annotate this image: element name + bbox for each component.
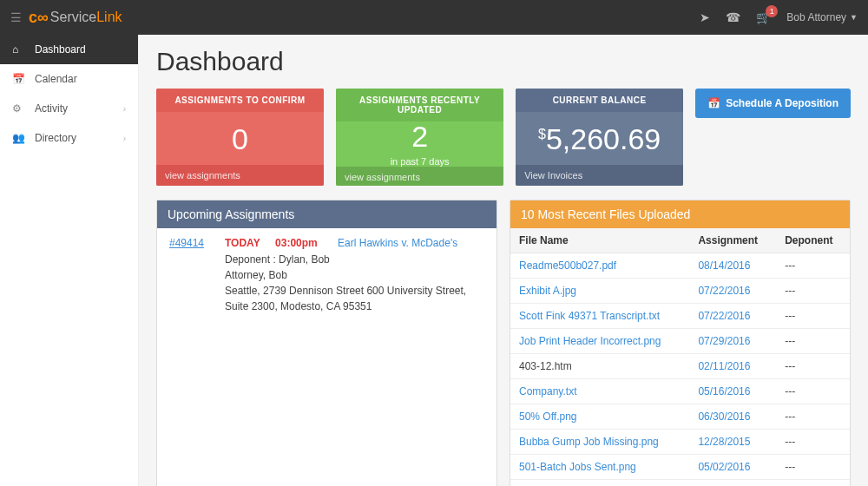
file-deponent: --- [776, 253, 850, 279]
schedule-deposition-button[interactable]: 📅 Schedule A Deposition [695, 89, 851, 118]
stat-cards-row: ASSIGNMENTS TO CONFIRM 0 view assignment… [156, 89, 851, 186]
card-footer-link[interactable]: view assignments [336, 167, 503, 186]
assignment-location: Seattle, 2739 Dennison Street 600 Univer… [225, 283, 484, 314]
file-name-link[interactable]: Readme500b027.pdf [519, 259, 616, 272]
recent-files-panel: 10 Most Recent Files Uploaded File Name … [510, 200, 851, 486]
card-footer-link[interactable]: view assignments [156, 165, 324, 186]
file-assignment-date-link[interactable]: 07/22/2016 [698, 285, 750, 297]
sidebar-item-label: Calendar [35, 73, 77, 85]
home-icon: ⌂ [12, 43, 26, 56]
menu-toggle-icon[interactable]: ☰ [10, 10, 22, 24]
file-assignment-date-link[interactable]: 12/28/2015 [698, 436, 750, 448]
sidebar-item-label: Activity [35, 102, 68, 115]
sidebar-item-dashboard[interactable]: ⌂ Dashboard [0, 35, 138, 64]
card-assignments-confirm[interactable]: ASSIGNMENTS TO CONFIRM 0 view assignment… [156, 89, 324, 186]
user-menu[interactable]: Bob Attorney ▼ [786, 11, 858, 23]
sidebar-item-activity[interactable]: ⚙ Activity › [0, 94, 138, 123]
assignment-today-label: TODAY [225, 237, 260, 249]
card-current-balance[interactable]: CURRENT BALANCE $5,260.69 View Invoices [516, 89, 683, 186]
card-assignments-updated[interactable]: ASSIGNMENTS RECENTLY UPDATED 2 in past 7… [336, 89, 503, 186]
file-deponent: --- [776, 404, 850, 430]
phone-icon[interactable]: ☎ [726, 10, 740, 24]
table-row: Company.txt05/16/2016--- [510, 379, 850, 404]
file-name-link[interactable]: 501-Batch Jobs Sent.png [519, 461, 636, 473]
chevron-down-icon: ▼ [850, 13, 858, 22]
file-deponent: --- [776, 379, 850, 404]
upcoming-assignments-panel: Upcoming Assignments #49414 TODAY 03:00p… [156, 200, 497, 486]
chevron-right-icon: › [123, 134, 126, 143]
file-name-link[interactable]: Scott Fink 49371 Transcript.txt [519, 310, 660, 322]
table-row: Job Print Header Incorrect.png07/29/2016… [510, 329, 850, 354]
link-icon: c∞ [29, 9, 49, 27]
file-name-link[interactable]: Exhibit A.jpg [519, 285, 576, 297]
sidebar-item-label: Directory [35, 132, 76, 144]
table-row: Bubba Gump Job Missing.png12/28/2015--- [510, 430, 850, 455]
location-icon[interactable]: ➤ [700, 10, 710, 24]
col-deponent: Deponent [776, 228, 850, 253]
main-content: Dashboard ASSIGNMENTS TO CONFIRM 0 view … [139, 35, 868, 486]
sidebar-item-directory[interactable]: 👥 Directory › [0, 123, 138, 153]
calendar-icon: 📅 [707, 97, 720, 109]
cart-icon[interactable]: 🛒1 [756, 10, 771, 24]
file-assignment-date-link[interactable]: 06/30/2016 [698, 410, 750, 423]
card-footer-link[interactable]: View Invoices [516, 165, 683, 186]
sidebar-item-calendar[interactable]: 📅 Calendar [0, 64, 138, 94]
file-assignment-date-link[interactable]: 07/22/2016 [698, 310, 750, 322]
assignment-id-link[interactable]: #49414 [169, 237, 209, 314]
card-title: CURRENT BALANCE [516, 89, 683, 112]
brand-text-link: Link [96, 10, 122, 25]
card-title: ASSIGNMENTS RECENTLY UPDATED [336, 89, 503, 122]
panel-header: 10 Most Recent Files Uploaded [510, 200, 850, 228]
sidebar: ⌂ Dashboard 📅 Calendar ⚙ Activity › 👥 Di… [0, 35, 139, 486]
card-value: 0 [232, 124, 248, 154]
file-name: 403-12.htm [510, 354, 689, 379]
brand-logo[interactable]: c∞ ServiceLink [29, 9, 122, 27]
brand-text-service: Service [50, 10, 96, 25]
topbar: ☰ c∞ ServiceLink ➤ ☎ 🛒1 Bob Attorney ▼ [0, 0, 868, 35]
col-file-name: File Name [510, 228, 689, 253]
card-title: ASSIGNMENTS TO CONFIRM [156, 89, 324, 112]
panel-body: #49414 TODAY 03:00pm Earl Hawkins v. McD… [157, 228, 496, 454]
activity-icon: ⚙ [12, 102, 26, 115]
file-assignment-date-link[interactable]: 05/16/2016 [698, 385, 750, 397]
cart-badge: 1 [766, 5, 778, 17]
table-row: Exhibit A.jpg07/22/2016--- [510, 279, 850, 304]
directory-icon: 👥 [12, 132, 26, 144]
file-name-link[interactable]: 50% Off.png [519, 410, 577, 423]
assignment-deponent: Deponent : Dylan, Bob [225, 252, 484, 267]
sidebar-item-label: Dashboard [35, 43, 86, 56]
table-row: Scott Fink 49371 Transcript.txt07/22/201… [510, 304, 850, 329]
table-row: COLLCASE.DOC06/07/2016--- [510, 480, 850, 487]
file-deponent: --- [776, 304, 850, 329]
file-deponent: --- [776, 279, 850, 304]
calendar-icon: 📅 [12, 73, 26, 85]
card-subtext: in past 7 days [391, 156, 450, 167]
table-row: 50% Off.png06/30/2016--- [510, 404, 850, 430]
panel-header: Upcoming Assignments [157, 200, 496, 228]
assignment-attorney: Attorney, Bob [225, 267, 484, 283]
file-deponent: --- [776, 329, 850, 354]
card-value: 2 [411, 122, 428, 151]
page-title: Dashboard [156, 47, 851, 76]
file-name-link[interactable]: Company.txt [519, 385, 576, 397]
table-row: 403-12.htm02/11/2016--- [510, 354, 850, 379]
user-name: Bob Attorney [786, 11, 846, 23]
button-label: Schedule A Deposition [726, 97, 838, 109]
files-table: File Name Assignment Deponent Readme500b… [510, 228, 850, 486]
file-assignment-date-link[interactable]: 02/11/2016 [698, 360, 750, 372]
file-assignment-date-link[interactable]: 05/02/2016 [698, 461, 750, 473]
file-deponent: --- [776, 354, 850, 379]
file-deponent: --- [776, 455, 850, 480]
chevron-right-icon: › [123, 104, 126, 114]
table-row: Readme500b027.pdf08/14/2016--- [510, 253, 850, 279]
file-name-link[interactable]: Bubba Gump Job Missing.png [519, 436, 659, 448]
file-assignment-date-link[interactable]: 07/29/2016 [698, 335, 750, 347]
file-deponent: --- [776, 430, 850, 455]
assignment-row: #49414 TODAY 03:00pm Earl Hawkins v. McD… [169, 237, 484, 314]
assignment-case-link[interactable]: Earl Hawkins v. McDade's [338, 237, 457, 249]
assignment-time: 03:00pm [275, 237, 318, 249]
file-deponent: --- [776, 480, 850, 487]
file-name-link[interactable]: Job Print Header Incorrect.png [519, 335, 661, 347]
card-value: $5,260.69 [538, 124, 661, 154]
file-assignment-date-link[interactable]: 08/14/2016 [698, 259, 750, 272]
